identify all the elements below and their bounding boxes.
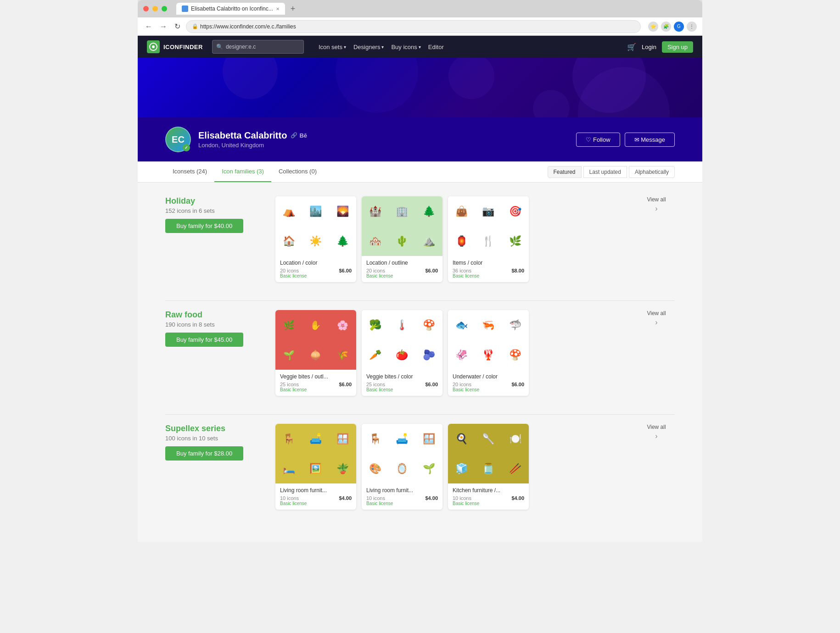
icon-cell: ✋: [302, 310, 330, 340]
family-info-holiday: Holiday 152 icons in 6 sets Buy family f…: [165, 196, 275, 240]
extensions-icon[interactable]: 🧩: [661, 22, 671, 32]
icon-cell: 🌱: [275, 340, 302, 370]
nav-buy-icons[interactable]: Buy icons: [391, 44, 420, 50]
traffic-light-minimize[interactable]: [152, 6, 158, 11]
iconset-card-location-outline[interactable]: 🏰 🏢 🌲 🏘️ 🌵 ⛰️ Location / outline 2: [362, 196, 442, 282]
cart-icon[interactable]: 🛒: [627, 43, 636, 51]
sort-alphabetically[interactable]: Alphabetically: [629, 166, 675, 178]
icon-cell: 🏘️: [362, 226, 389, 256]
profile-links: 🔗 Bē: [291, 132, 307, 139]
search-bar[interactable]: 🔍 designer:e.c: [212, 40, 304, 54]
iconset-preview: 🐟 🦐 🦈 🦑 🦞 🍄: [448, 310, 529, 370]
iconset-card-veggie-outline[interactable]: 🌿 ✋ 🌸 🌱 🧅 🌾 Veggie bites / outl...: [275, 310, 356, 396]
browser-tab[interactable]: Elisabetta Calabritto on Iconfinc... ✕: [176, 3, 285, 15]
page-content: ICONFINDER 🔍 designer:e.c Icon sets Desi…: [138, 36, 702, 542]
icon-cell: 🦞: [475, 340, 502, 370]
iconset-license: Basic license: [366, 273, 438, 278]
nav-editor[interactable]: Editor: [428, 44, 444, 50]
iconset-license: Basic license: [280, 273, 352, 278]
buy-rawfood-button[interactable]: Buy family for $45.00: [165, 333, 243, 347]
traffic-light-close[interactable]: [143, 6, 149, 11]
buy-supellex-button[interactable]: Buy family for $28.00: [165, 446, 243, 461]
profile-section: EC ✓ Elisabetta Calabritto 🔗 Bē London, …: [138, 117, 702, 161]
browser-titlebar: Elisabetta Calabritto on Iconfinc... ✕ +: [138, 0, 702, 17]
nav-back-button[interactable]: ←: [143, 22, 154, 32]
icon-cell: 🥄: [475, 424, 502, 454]
login-link[interactable]: Login: [642, 44, 656, 50]
nav-auth: 🛒 Login Sign up: [627, 41, 693, 53]
url-text: https://www.iconfinder.com/e.c./families: [200, 23, 296, 30]
icon-cell: 🍽️: [502, 424, 529, 454]
iconset-details: 10 icons $4.00: [366, 495, 438, 501]
iconset-card-kitchen-olive[interactable]: 🍳 🥄 🍽️ 🧊 🫙 🥢 Kitchen furniture /...: [448, 424, 529, 510]
iconset-card-underwater-color[interactable]: 🐟 🦐 🦈 🦑 🦞 🍄 Underwater / color 20: [448, 310, 529, 396]
nav-designers[interactable]: Designers: [353, 44, 384, 50]
iconset-details: 10 icons $4.00: [453, 495, 524, 501]
iconset-count: 25 icons: [280, 382, 299, 387]
icon-cell: 🌡️: [389, 310, 416, 340]
icon-cell: 🥦: [362, 310, 389, 340]
new-tab-button[interactable]: +: [291, 4, 296, 14]
icon-cell: 🎯: [502, 196, 529, 226]
nav-forward-button[interactable]: →: [158, 22, 169, 32]
link-icon[interactable]: 🔗: [291, 132, 297, 139]
tabs-section: Iconsets (24) Icon families (3) Collecti…: [138, 161, 702, 183]
logo-text[interactable]: ICONFINDER: [163, 44, 203, 50]
iconset-price: $8.00: [511, 268, 524, 273]
icon-cell: 🛋️: [302, 424, 330, 454]
tab-collections[interactable]: Collections (0): [271, 161, 324, 182]
sort-featured[interactable]: Featured: [548, 166, 582, 178]
profile-actions: ♡ Follow ✉ Message: [576, 133, 675, 147]
tab-close-btn[interactable]: ✕: [276, 6, 280, 11]
avatar: EC ✓: [165, 127, 191, 152]
icon-cell: 🍄: [502, 340, 529, 370]
search-icon: 🔍: [216, 44, 223, 50]
traffic-light-maximize[interactable]: [162, 6, 167, 11]
iconset-card-living-yellow[interactable]: 🪑 🛋️ 🪟 🛏️ 🖼️ 🪴 Living room furnit...: [275, 424, 356, 510]
iconset-name: Items / color: [453, 260, 524, 266]
tab-iconsets[interactable]: Iconsets (24): [165, 161, 214, 182]
address-bar[interactable]: 🔒 https://www.iconfinder.com/e.c./famili…: [186, 20, 641, 33]
signup-link[interactable]: Sign up: [662, 41, 693, 53]
iconset-card-items-color[interactable]: 👜 📷 🎯 🏮 🍴 🌿 Items / color 36 icon: [448, 196, 529, 282]
icon-cell: 🌵: [389, 226, 416, 256]
iconset-name: Veggie bites / color: [366, 373, 438, 380]
icon-cell: 🪑: [275, 424, 302, 454]
section-divider: [165, 300, 675, 301]
buy-holiday-button[interactable]: Buy family for $40.00: [165, 219, 243, 233]
iconset-preview: ⛺ 🏙️ 🌄 🏠 ☀️ 🌲: [275, 196, 356, 256]
iconset-details: 36 icons $8.00: [453, 268, 524, 273]
message-button[interactable]: ✉ Message: [625, 133, 675, 147]
icon-cell: ☀️: [302, 226, 330, 256]
family-title-supellex: Supellex series: [165, 424, 275, 433]
tabs-left: Iconsets (24) Icon families (3) Collecti…: [165, 161, 324, 182]
icon-cell: 🧅: [302, 340, 330, 370]
iconset-details: 20 icons $6.00: [280, 268, 352, 273]
follow-button[interactable]: ♡ Follow: [576, 133, 620, 147]
family-info-rawfood: Raw food 190 icons in 8 sets Buy family …: [165, 310, 275, 354]
nav-refresh-button[interactable]: ↻: [173, 21, 182, 32]
view-all-rawfood[interactable]: View all ›: [638, 310, 675, 327]
family-meta-holiday: 152 icons in 6 sets: [165, 207, 275, 214]
sort-last-updated[interactable]: Last updated: [583, 166, 627, 178]
iconset-card-veggie-color[interactable]: 🥦 🌡️ 🍄 🥕 🍅 🫐 Veggie bites / color: [362, 310, 442, 396]
iconset-info: Veggie bites / color 25 icons $6.00 Basi…: [362, 370, 442, 396]
iconset-count: 20 icons: [453, 382, 471, 387]
menu-icon[interactable]: ⋮: [687, 22, 697, 32]
iconset-preview: 🪑 🛋️ 🪟 🛏️ 🖼️ 🪴: [275, 424, 356, 483]
iconset-card-location-color[interactable]: ⛺ 🏙️ 🌄 🏠 ☀️ 🌲 Location / color 20 i: [275, 196, 356, 282]
iconset-card-living-white[interactable]: 🪑 🛋️ 🪟 🎨 🪞 🌱 Living room furnit...: [362, 424, 442, 510]
chevron-right-icon: ›: [655, 205, 657, 213]
view-all-supellex[interactable]: View all ›: [638, 424, 675, 440]
section-divider-2: [165, 414, 675, 415]
hero-banner: [138, 58, 702, 117]
iconset-name: Kitchen furniture /...: [453, 487, 524, 494]
nav-icon-sets[interactable]: Icon sets: [319, 44, 346, 50]
iconset-preview: 👜 📷 🎯 🏮 🍴 🌿: [448, 196, 529, 256]
view-all-holiday[interactable]: View all ›: [638, 196, 675, 213]
main-content: Holiday 152 icons in 6 sets Buy family f…: [138, 183, 702, 542]
bookmark-icon[interactable]: ⭐: [648, 22, 658, 32]
behance-icon[interactable]: Bē: [299, 132, 307, 139]
tab-icon-families[interactable]: Icon families (3): [214, 161, 271, 182]
profile-icon[interactable]: G: [674, 22, 684, 32]
